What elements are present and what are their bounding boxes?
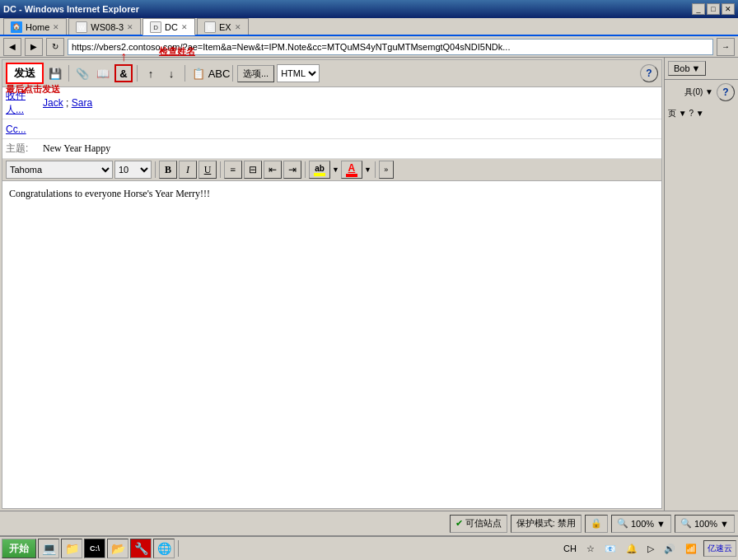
tab-home[interactable]: 🏠 Home ✕ — [3, 18, 67, 35]
taskbar-tools-icon[interactable]: 🔧 — [130, 539, 152, 558]
bob-user-button[interactable]: Bob ▼ — [668, 61, 706, 76]
zoom-icon: 🔍 — [617, 518, 628, 529]
tab-home-close[interactable]: ✕ — [53, 23, 59, 31]
check-names-button[interactable]: & — [114, 64, 133, 82]
zoom2-dropdown: ▼ — [720, 519, 729, 529]
zoom-item[interactable]: 🔍 100% ▼ — [611, 515, 671, 533]
taskbar-computer-icon[interactable]: 💻 — [38, 539, 59, 558]
send-button[interactable]: 发送 — [6, 63, 44, 84]
trusted-check-icon: ✔ — [455, 518, 463, 529]
help-button[interactable]: ? — [640, 64, 658, 82]
font-select[interactable]: Tahoma — [6, 161, 113, 179]
taskbar-ie-icon[interactable]: 🌐 — [153, 539, 175, 558]
to-jack[interactable]: Jack — [43, 97, 63, 109]
highlight-dropdown[interactable]: ▼ — [332, 166, 339, 174]
more-button[interactable]: » — [379, 161, 394, 179]
tab-home-label: Home — [26, 22, 49, 32]
tray-icon5: 🔊 — [661, 542, 679, 556]
right-zoom-area: 页 ▼ ? ▼ — [665, 105, 738, 123]
protected-mode-label: 保护模式: 禁用 — [516, 517, 576, 530]
italic-button[interactable]: I — [179, 161, 197, 179]
maximize-button[interactable]: □ — [707, 3, 720, 15]
taskbar: 开始 💻 📁 C:\ 📂 🔧 🌐 CH ☆ 📧 🔔 ▷ 🔊 📶 亿速云 — [0, 535, 738, 560]
taskbar-folder-icon[interactable]: 📁 — [61, 539, 82, 558]
tab-ex-close[interactable]: ✕ — [235, 23, 241, 31]
bold-button[interactable]: B — [159, 161, 177, 179]
annotation-check-names: 检查姓名 — [159, 45, 195, 58]
attach-icon[interactable]: 📎 — [73, 64, 91, 82]
cc-field-row: Cc... — [2, 119, 661, 139]
taskbar-divider — [178, 540, 179, 557]
separator-2 — [137, 65, 138, 82]
decrease-indent-button[interactable]: ⇤ — [264, 161, 282, 179]
tab-dc-close[interactable]: ✕ — [181, 23, 188, 31]
go-button[interactable]: → — [717, 38, 735, 56]
tab-dc[interactable]: D DC ✕ — [142, 18, 195, 35]
font-color-dropdown[interactable]: ▼ — [364, 166, 371, 174]
tab-ws08-icon: W — [76, 21, 87, 33]
highlight-color — [314, 173, 325, 176]
right-help-button[interactable]: ? — [717, 83, 735, 101]
trusted-sites-label: 可信站点 — [465, 517, 502, 530]
tab-dc-label: DC — [165, 22, 178, 32]
save-icon[interactable]: 💾 — [46, 64, 64, 82]
tray-lang[interactable]: CH — [560, 542, 580, 555]
address-book-icon[interactable]: 📖 — [94, 64, 112, 82]
zoom-dropdown: ▼ — [656, 519, 666, 529]
taskbar-tray: CH ☆ 📧 🔔 ▷ 🔊 📶 亿速云 — [560, 540, 736, 557]
numbering-button[interactable]: ⊟ — [244, 161, 262, 179]
increase-indent-button[interactable]: ⇥ — [283, 161, 301, 179]
save-icon-symbol: 💾 — [49, 68, 62, 80]
refresh-button[interactable]: ↻ — [46, 38, 64, 56]
font-size-select[interactable]: 10 — [114, 161, 152, 179]
minimize-button[interactable]: _ — [692, 3, 705, 15]
options-button[interactable]: 选项... — [237, 65, 274, 82]
to-sara[interactable]: Sara — [72, 97, 92, 109]
tab-ws08[interactable]: W WS08-3 ✕ — [68, 18, 141, 35]
right-tools-label: 具(0) ▼ — [684, 86, 713, 98]
tab-ex-label: EX — [219, 22, 231, 32]
annotation-send: 最后点击发送 — [6, 83, 60, 96]
back-button[interactable]: ◀ — [3, 38, 21, 56]
cc-label[interactable]: Cc... — [6, 124, 43, 135]
separator-3 — [184, 65, 185, 82]
tab-ws08-close[interactable]: ✕ — [127, 23, 133, 31]
importance-high-icon[interactable]: ↑ — [142, 64, 160, 82]
highlight-button[interactable]: ab — [309, 161, 330, 179]
format-sep-3 — [305, 161, 306, 178]
format-sep-2 — [220, 161, 221, 178]
format-toolbar: Tahoma 10 B I U ≡ ⊟ ⇤ ⇥ ab ▼ — [2, 159, 661, 181]
taskbar-files-icon[interactable]: 📂 — [107, 539, 128, 558]
font-color-button[interactable]: A — [341, 161, 362, 179]
title-bar-text: DC - Windows Internet Explorer — [3, 4, 139, 14]
compose-body[interactable]: Congratulations to everyone Horse's Year… — [2, 181, 661, 508]
tab-bar: 🏠 Home ✕ W WS08-3 ✕ D DC ✕ E EX ✕ — [0, 18, 738, 36]
spellcheck-icon[interactable]: ABC — [210, 64, 228, 82]
zoom2-item[interactable]: 🔍 100% ▼ — [675, 515, 735, 533]
tab-dc-icon: D — [150, 21, 161, 33]
title-bar-controls: _ □ ✕ — [692, 3, 735, 15]
lock-icon: 🔒 — [591, 518, 602, 529]
start-button[interactable]: 开始 — [2, 539, 36, 558]
cc-input[interactable] — [43, 123, 658, 135]
subject-label: 主题: — [6, 142, 43, 156]
bullets-button[interactable]: ≡ — [224, 161, 242, 179]
address-bar: ◀ ▶ ↻ → — [0, 36, 738, 58]
format-select[interactable]: HTML — [277, 64, 320, 82]
subject-input[interactable] — [43, 142, 658, 155]
check-names-icon: & — [119, 68, 127, 80]
categories-icon[interactable]: 📋 — [189, 64, 208, 82]
tab-ex[interactable]: E EX ✕ — [197, 18, 249, 35]
importance-low-icon[interactable]: ↓ — [162, 64, 180, 82]
forward-button[interactable]: ▶ — [25, 38, 43, 56]
taskbar-cmd-icon[interactable]: C:\ — [84, 539, 105, 558]
tab-ex-icon: E — [204, 21, 216, 33]
right-help2: ? ▼ — [689, 109, 703, 118]
separator-1 — [68, 65, 69, 82]
close-button[interactable]: ✕ — [722, 3, 735, 15]
underline-button[interactable]: U — [199, 161, 217, 179]
to-value: Jack ; Sara — [43, 97, 658, 109]
compose-window: 发送 最后点击发送 💾 📎 📖 & ↑ — [2, 59, 662, 509]
tray-icon1: ☆ — [583, 542, 598, 556]
protected-mode-item: 保护模式: 禁用 — [511, 515, 582, 533]
